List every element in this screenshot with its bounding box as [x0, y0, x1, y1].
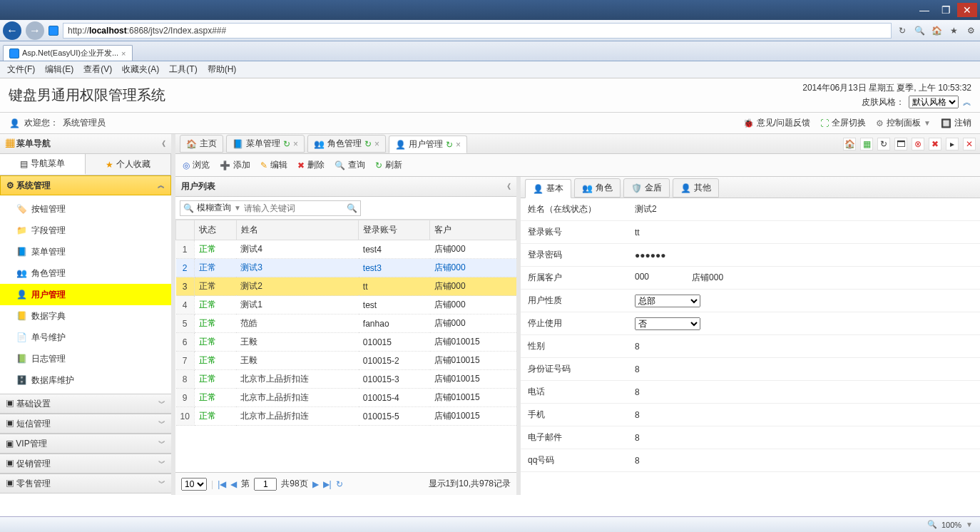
accordion-collapsed[interactable]: ▣ 促销管理︾ [0, 454, 171, 474]
menu-item[interactable]: 收藏夹(A) [122, 63, 159, 76]
table-row[interactable]: 9正常北京市上品折扣连010015-4店铺010015 [176, 389, 516, 407]
toolbar-button[interactable]: ◎浏览 [183, 159, 210, 171]
accordion-collapsed[interactable]: ▣ 短信管理︾ [0, 414, 171, 434]
close-icon[interactable]: × [374, 139, 379, 149]
browser-tab[interactable]: Asp.Net(EasyUI)企业开发... × [3, 45, 133, 61]
last-page-button[interactable]: ▶| [323, 479, 332, 489]
content-tab[interactable]: 🏠主页 [180, 135, 223, 153]
table-row[interactable]: 3正常测试2tt店铺000 [176, 277, 516, 296]
col-name[interactable]: 姓名 [236, 220, 359, 240]
first-page-button[interactable]: |◀ [218, 479, 226, 489]
field-select[interactable]: 总部 [635, 295, 700, 307]
favorite-icon[interactable]: ★ [947, 24, 960, 37]
expand-icon[interactable]: ︽ [963, 96, 971, 108]
address-bar[interactable]: http://localhost:6868/jtsv2/Index.aspx##… [63, 23, 892, 39]
table-row[interactable]: 2正常测试3test3店铺000 [176, 259, 516, 277]
search-input[interactable] [244, 203, 344, 213]
detail-tab[interactable]: 👤其他 [673, 178, 719, 198]
accordion-collapsed[interactable]: ▣ 基础设置︾ [0, 394, 171, 414]
collapse-icon[interactable]: 《 [158, 139, 165, 149]
menu-item[interactable]: 编辑(E) [45, 63, 73, 76]
reload-button[interactable]: ↻ [336, 479, 343, 489]
fullscreen-link[interactable]: ⛶全屏切换 [820, 117, 866, 129]
forward-button[interactable]: → [26, 21, 44, 40]
refresh-icon[interactable]: ↻ [364, 139, 372, 149]
back-button[interactable]: ← [3, 21, 21, 40]
detail-tab[interactable]: 🛡️金盾 [623, 178, 670, 198]
prev-page-button[interactable]: ◀ [230, 479, 237, 489]
next-page-button[interactable]: ▶ [312, 479, 319, 489]
sidebar-item[interactable]: 🗄️数据库维护 [0, 369, 171, 391]
refresh-icon[interactable]: ↻ [896, 24, 909, 37]
close-icon[interactable]: × [121, 49, 126, 58]
field-select[interactable]: 否 [635, 317, 700, 330]
tool-home-icon[interactable]: 🏠 [843, 138, 856, 150]
table-row[interactable]: 4正常测试1test店铺000 [176, 296, 516, 314]
accordion-collapsed[interactable]: ▣ VIP管理︾ [0, 434, 171, 454]
tool-closeall-icon[interactable]: ⊗ [912, 138, 924, 150]
close-button[interactable]: ✕ [957, 3, 977, 17]
col-status[interactable]: 状态 [194, 220, 236, 240]
sidebar-item[interactable]: 👤用户管理 [0, 284, 171, 305]
content-tab[interactable]: 👤用户管理 ↻× [389, 135, 467, 153]
zoom-menu-icon[interactable]: ▼ [966, 521, 973, 528]
tool-prev-icon[interactable]: ▸ [946, 138, 959, 150]
tool-grid-icon[interactable]: ▦ [860, 138, 873, 150]
table-row[interactable]: 6正常王毅010015店铺010015 [176, 333, 516, 352]
detail-tab[interactable]: 👥角色 [574, 178, 621, 198]
sidebar-item[interactable]: 📁字段管理 [0, 220, 171, 241]
content-tab[interactable]: 👥角色管理 ↻× [307, 135, 386, 153]
tool-close-icon[interactable]: ✖ [929, 138, 941, 150]
toolbar-button[interactable]: ➕添加 [220, 159, 250, 171]
collapse-icon[interactable]: 《 [504, 182, 511, 192]
minimize-button[interactable]: — [914, 3, 934, 17]
close-icon[interactable]: × [456, 140, 461, 150]
close-icon[interactable]: × [293, 139, 298, 149]
table-row[interactable]: 7正常王毅010015-2店铺010015 [176, 352, 516, 370]
toolbar-button[interactable]: ✖删除 [297, 159, 325, 171]
tab-favorites[interactable]: ★个人收藏 [86, 154, 171, 175]
tool-x-icon[interactable]: ✕ [963, 138, 976, 150]
accordion-system[interactable]: ⚙ 系统管理 ︽ [0, 175, 171, 195]
feedback-link[interactable]: 🐞意见/问题反馈 [743, 117, 810, 129]
detail-tab[interactable]: 👤基本 [525, 179, 571, 198]
home-icon[interactable]: 🏠 [930, 24, 943, 37]
toolbar-button[interactable]: ✎编辑 [260, 159, 287, 171]
table-row[interactable]: 10正常北京市上品折扣连010015-5店铺010015 [176, 407, 516, 426]
sidebar-item[interactable]: 📒数据字典 [0, 305, 171, 327]
menu-item[interactable]: 文件(F) [7, 63, 35, 76]
content-tab[interactable]: 📘菜单管理 ↻× [226, 135, 305, 153]
toolbar-button[interactable]: ↻刷新 [375, 159, 402, 171]
skin-select[interactable]: 默认风格 [909, 96, 959, 108]
sidebar-item[interactable]: 🏷️按钮管理 [0, 198, 171, 220]
search-combo[interactable]: 🔍 模糊查询 ▼ 🔍 [180, 200, 361, 216]
menu-item[interactable]: 工具(T) [169, 63, 197, 76]
menu-item[interactable]: 查看(V) [83, 63, 112, 76]
sidebar-item[interactable]: 📘菜单管理 [0, 241, 171, 262]
tools-icon[interactable]: ⚙ [964, 24, 977, 37]
col-account[interactable]: 登录账号 [359, 220, 430, 240]
tool-refresh-icon[interactable]: ↻ [877, 138, 890, 150]
table-row[interactable]: 1正常测试4test4店铺000 [176, 240, 516, 259]
col-customer[interactable]: 客户 [430, 220, 516, 240]
pagesize-select[interactable]: 10 [181, 478, 207, 491]
table-row[interactable]: 8正常北京市上品折扣连010015-3店铺010015 [176, 370, 516, 389]
zoom-icon[interactable]: 🔍 [927, 520, 937, 529]
search-icon[interactable]: 🔍 [913, 24, 926, 37]
tab-nav-menu[interactable]: ▤导航菜单 [0, 154, 86, 175]
sidebar-item[interactable]: 📄单号维护 [0, 327, 171, 348]
accordion-collapsed[interactable]: ▣ 零售管理︾ [0, 474, 171, 493]
search-icon[interactable]: 🔍 [347, 203, 357, 213]
maximize-button[interactable]: ❐ [936, 3, 956, 17]
sidebar-item[interactable]: 📗日志管理 [0, 348, 171, 369]
menu-item[interactable]: 帮助(H) [208, 63, 237, 76]
control-panel-link[interactable]: ⚙控制面板▼ [876, 117, 931, 129]
tool-window-icon[interactable]: 🗖 [894, 138, 907, 150]
logout-link[interactable]: 🔲注销 [941, 117, 971, 129]
refresh-icon[interactable]: ↻ [283, 139, 290, 149]
refresh-icon[interactable]: ↻ [446, 140, 453, 150]
page-input[interactable] [254, 478, 277, 491]
sidebar-item[interactable]: 👥角色管理 [0, 262, 171, 284]
table-row[interactable]: 5正常范皓fanhao店铺000 [176, 314, 516, 333]
toolbar-button[interactable]: 🔍查询 [335, 159, 365, 171]
